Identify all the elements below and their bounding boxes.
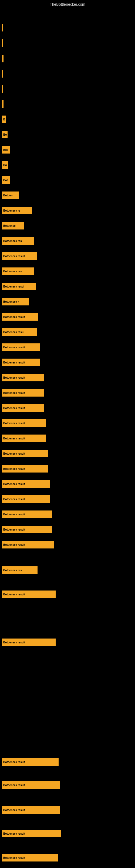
bar-label: Bot: [3, 179, 8, 182]
bar-label: Bottleneck res: [3, 270, 22, 273]
bar-item: Bottleneck result: [2, 758, 58, 766]
bar-label: Bottleneck result: [3, 498, 25, 501]
bar-label: Bottleneck result: [3, 422, 25, 425]
bar-item: Bo: [2, 131, 8, 138]
bar-item: Bottleneck result: [2, 313, 38, 321]
bar-item: Bottlenec: [2, 222, 24, 229]
bar-label: Bottleneck result: [3, 593, 25, 596]
bar-label: B: [3, 118, 5, 121]
bar-label: Bottleneck result: [3, 784, 25, 786]
bar-item: Bottleneck re: [2, 207, 32, 214]
bar-label: Bottlenec: [3, 224, 16, 227]
bar-item: Bottleneck result: [2, 420, 46, 427]
bar-item: Bottleneck result: [2, 830, 61, 837]
bar-item: Bottleneck result: [2, 806, 60, 814]
bar-item: B: [2, 116, 6, 123]
bar-item: Bottleneck result: [2, 639, 56, 646]
bar-item: Bottleneck result: [2, 252, 37, 260]
bar-label: Bottleneck result: [3, 809, 25, 812]
bar-item: Bot: [2, 146, 10, 154]
bar-item: Bottleneck result: [2, 495, 50, 503]
bar-item: Bottleneck result: [2, 465, 48, 472]
bar-label: Bottleneck re: [3, 209, 20, 212]
bar-label: Bottleneck result: [3, 361, 25, 364]
bar-item: Bottleneck result: [2, 450, 48, 457]
bar-label: Bottleneck result: [3, 392, 25, 394]
bar-item: Bottleneck result: [2, 389, 44, 397]
bar-label: Bottleneck result: [3, 513, 25, 516]
bar-label: Bottleneck result: [3, 856, 25, 859]
bar-label: Bottleneck resu: [3, 331, 24, 334]
bar-label: Bottleneck result: [3, 437, 25, 440]
bar-item: Bottleneck result: [2, 781, 60, 789]
bar-item: Bottleneck res: [2, 268, 34, 275]
bar-item: Bottleneck result: [2, 343, 40, 351]
bar-item: Bottleneck resul: [2, 283, 36, 290]
bar-item: [2, 70, 3, 78]
bar-item: Bottleneck resu: [2, 328, 37, 336]
bar-label: Bottleneck result: [3, 315, 25, 318]
bar-item: Bottleneck res: [2, 566, 38, 574]
bar-item: Bottleneck result: [2, 590, 56, 598]
bar-item: Bottleneck result: [2, 480, 50, 488]
bar-item: Bottleneck result: [2, 541, 54, 549]
bar-label: Bottleneck result: [3, 543, 25, 546]
bar-label: Bottleneck res: [3, 240, 22, 243]
bar-label: Bottleneck res: [3, 569, 22, 572]
bar-item: [2, 24, 3, 31]
bar-label: Bottleneck result: [3, 832, 25, 835]
bar-item: Bottleneck r: [2, 298, 29, 305]
bar-item: [2, 100, 3, 108]
bar-item: Bottleneck result: [2, 526, 52, 533]
chart-area: TheBottlenecker.com BBoBotBoBotBottlenBo…: [0, 0, 135, 868]
bar-label: Bottleneck result: [3, 346, 25, 349]
bar-label: Bottleneck resul: [3, 285, 24, 288]
bar-label: Bo: [3, 133, 7, 136]
bar-item: Bottleneck result: [2, 404, 44, 412]
bar-label: Bottleneck result: [3, 452, 25, 455]
bar-item: [2, 85, 3, 93]
bar-label: Bottleneck result: [3, 376, 25, 379]
bar-label: Bottleneck result: [3, 528, 25, 531]
bar-label: Bottleneck result: [3, 467, 25, 470]
bar-item: Bottleneck result: [2, 854, 58, 862]
bar-label: Bottleneck result: [3, 761, 25, 764]
bar-item: Bottlen: [2, 191, 19, 199]
bar-item: [2, 39, 3, 47]
bar-label: Bo: [3, 163, 7, 166]
bar-label: Bottleneck result: [3, 483, 25, 486]
bar-item: Bottleneck result: [2, 359, 40, 366]
bar-item: [2, 55, 3, 62]
bar-item: Bo: [2, 161, 8, 169]
bar-label: Bottlen: [3, 194, 12, 197]
bar-item: Bot: [2, 176, 10, 184]
bar-item: Bottleneck result: [2, 510, 52, 518]
site-title: TheBottlenecker.com: [0, 0, 135, 8]
bar-label: Bottleneck result: [3, 255, 25, 258]
bar-item: Bottleneck result: [2, 435, 46, 442]
bar-item: Bottleneck res: [2, 237, 34, 245]
bar-label: Bot: [3, 148, 8, 151]
bar-item: Bottleneck result: [2, 374, 44, 381]
bar-label: Bottleneck result: [3, 407, 25, 410]
bar-label: Bottleneck result: [3, 641, 25, 644]
bar-label: Bottleneck r: [3, 300, 19, 303]
